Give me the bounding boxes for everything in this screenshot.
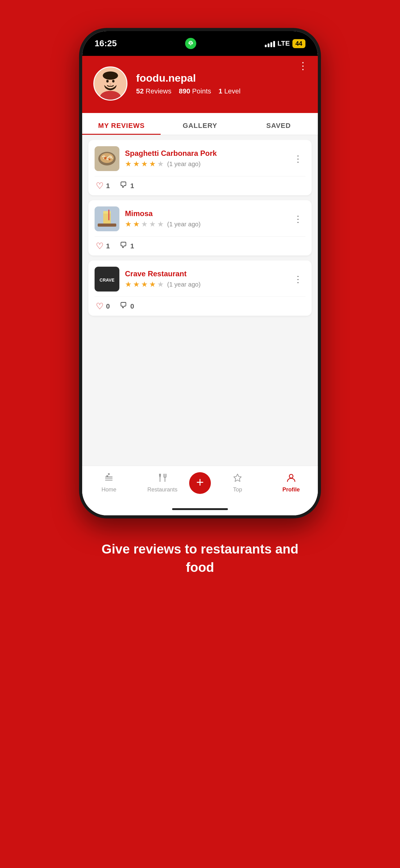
svg-rect-25 (105, 480, 112, 480)
dynamic-island (160, 36, 222, 51)
star-icon: ★ (149, 280, 156, 289)
nav-restaurants-label: Restaurants (147, 487, 177, 493)
review-more-button-1[interactable]: ⋮ (291, 152, 305, 165)
profile-details: foodu.nepal 52 Reviews 890 Points 1 Leve (136, 72, 307, 95)
like-button-1[interactable]: ♡ 1 (96, 181, 110, 191)
dislike-button-3[interactable]: 0 (120, 301, 134, 311)
review-image-3: CRAVE (95, 267, 120, 291)
status-bar: 16:25 LTE 44 (82, 31, 318, 56)
tab-gallery[interactable]: GALLERY (161, 113, 239, 135)
like-count-3: 0 (106, 302, 110, 310)
star-icon: ★ (133, 160, 140, 168)
review-main-2: Mimosa ★ ★ ★ ★ ★ (1 year ago) (125, 209, 286, 228)
content-area: MY REVIEWS GALLERY SAVED (82, 113, 318, 515)
star-icon: ★ (149, 220, 156, 228)
star-icon: ★ (125, 160, 132, 168)
review-card: CRAVE Crave Restaurant ★ ★ ★ ★ ★ ( (88, 260, 312, 316)
more-options-button[interactable]: ⋮ (298, 61, 308, 71)
svg-rect-22 (105, 476, 112, 477)
tab-saved[interactable]: SAVED (239, 113, 318, 135)
review-time-3: (1 year ago) (167, 281, 201, 288)
review-time-2: (1 year ago) (167, 221, 201, 228)
dislike-button-1[interactable]: 1 (120, 181, 134, 191)
review-card: Mimosa ★ ★ ★ ★ ★ (1 year ago) ⋮ (88, 200, 312, 255)
restaurants-icon (158, 473, 167, 485)
star-icon: ★ (157, 220, 164, 228)
star-icon: ★ (141, 280, 148, 289)
dislike-count-2: 1 (130, 242, 134, 250)
svg-rect-17 (103, 211, 111, 214)
signal-bar-4 (273, 41, 275, 47)
status-time: 16:25 (95, 38, 117, 49)
profile-header: ⋮ (82, 56, 318, 113)
signal-bar-3 (270, 42, 272, 47)
review-stars-3: ★ ★ ★ ★ ★ (1 year ago) (125, 280, 286, 289)
nav-add[interactable]: + (189, 472, 211, 494)
nav-top[interactable]: Top (211, 473, 265, 493)
tab-my-reviews[interactable]: MY REVIEWS (82, 113, 161, 135)
dislike-count-1: 1 (130, 182, 134, 190)
svg-rect-23 (106, 475, 108, 477)
plus-icon: + (196, 476, 204, 489)
like-count-1: 1 (106, 182, 110, 190)
phone-frame: 16:25 LTE 44 (79, 28, 321, 519)
svg-point-8 (112, 80, 115, 83)
nav-restaurants[interactable]: Restaurants (136, 473, 190, 493)
reviews-list: Spaghetti Carbonara Pork ★ ★ ★ ★ ★ (1 ye… (82, 140, 318, 466)
svg-point-29 (289, 474, 293, 478)
review-stars-2: ★ ★ ★ ★ ★ (1 year ago) (125, 220, 286, 228)
dislike-icon (120, 301, 128, 311)
lte-label: LTE (277, 39, 290, 48)
review-image-2 (95, 207, 120, 231)
dislike-icon (120, 241, 128, 251)
avatar (93, 66, 128, 101)
nav-profile[interactable]: Profile (265, 473, 318, 493)
review-actions-3: ♡ 0 0 (88, 297, 312, 316)
status-right: LTE 44 (265, 39, 305, 48)
review-actions-2: ♡ 1 1 (88, 237, 312, 255)
dislike-button-2[interactable]: 1 (120, 241, 134, 251)
review-more-button-3[interactable]: ⋮ (291, 273, 305, 286)
review-image-1 (95, 146, 120, 171)
svg-point-4 (103, 71, 118, 80)
review-more-button-2[interactable]: ⋮ (291, 213, 305, 225)
review-time-1: (1 year ago) (167, 160, 201, 168)
nav-home-label: Home (101, 487, 116, 493)
like-button-3[interactable]: ♡ 0 (96, 301, 110, 311)
svg-rect-24 (105, 478, 112, 479)
home-icon (104, 473, 114, 485)
dynamic-island-icon (185, 38, 196, 49)
review-title-2: Mimosa (125, 209, 286, 218)
dislike-icon (120, 181, 128, 191)
svg-text:CRAVE: CRAVE (100, 278, 114, 282)
star-icon: ★ (157, 280, 164, 289)
caption: Give reviews to restaurants and food (92, 540, 308, 577)
svg-point-5 (101, 80, 104, 84)
profile-icon (286, 473, 296, 485)
nav-profile-label: Profile (282, 487, 300, 493)
review-main-1: Spaghetti Carbonara Pork ★ ★ ★ ★ ★ (1 ye… (125, 149, 286, 168)
like-button-2[interactable]: ♡ 1 (96, 241, 110, 251)
star-icon: ★ (133, 280, 140, 289)
points-stat: 890 Points (179, 87, 211, 95)
phone-screen: 16:25 LTE 44 (82, 31, 318, 515)
bottom-nav: Home Restaurants + (82, 466, 318, 503)
review-stars-1: ★ ★ ★ ★ ★ (1 year ago) (125, 160, 286, 168)
signal-bars (265, 40, 275, 47)
reviews-stat: 52 Reviews (136, 87, 171, 95)
dislike-count-3: 0 (130, 302, 134, 310)
star-icon: ★ (125, 280, 132, 289)
nav-home[interactable]: Home (82, 473, 136, 493)
svg-point-9 (109, 84, 111, 85)
nav-top-label: Top (233, 487, 242, 493)
heart-icon: ♡ (96, 181, 104, 191)
home-bar (172, 508, 228, 510)
star-icon: ★ (141, 160, 148, 168)
review-actions-1: ♡ 1 1 (88, 176, 312, 195)
home-indicator (82, 503, 318, 515)
star-icon: ★ (141, 220, 148, 228)
svg-point-14 (108, 158, 110, 160)
signal-bar-1 (265, 45, 267, 47)
add-button[interactable]: + (189, 472, 211, 494)
review-title-1: Spaghetti Carbonara Pork (125, 149, 286, 158)
